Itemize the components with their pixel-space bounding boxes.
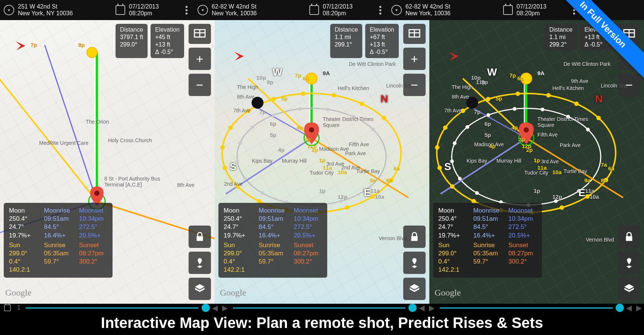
google-attribution: Google <box>435 288 461 298</box>
zoom-out-button[interactable]: − <box>189 74 211 96</box>
location-selector[interactable]: ▾ 62-82 W 42nd StNew York, 10036 <box>388 0 503 20</box>
layers-button[interactable] <box>403 278 426 300</box>
layers-button[interactable] <box>618 278 640 300</box>
arc-time-label: 9A <box>537 70 544 76</box>
map-panel-1[interactable]: The OrionMedRite Urgent CareHoly Cross C… <box>0 20 215 304</box>
timeline-next-icon[interactable]: ▶ <box>634 303 644 312</box>
time: 08:20pm <box>323 10 353 17</box>
map-label: Park Ave <box>560 142 581 148</box>
arc-time-label: 1p <box>319 157 326 163</box>
timeline-next-icon[interactable]: ▶ <box>220 303 230 312</box>
date-selector[interactable]: 07/12/201308:20pm <box>116 0 179 20</box>
location-line1: 251 W 42nd St <box>18 3 73 10</box>
arc-time-label: 9a <box>370 177 376 184</box>
map-label: Fifth Ave <box>349 141 369 147</box>
arc-time-label: 8a <box>601 177 607 184</box>
pin-button[interactable] <box>618 252 640 274</box>
timeline-prev-icon[interactable]: ◀ <box>210 303 220 312</box>
zoom-out-button[interactable]: − <box>403 74 426 96</box>
timeline-knob[interactable] <box>202 304 210 312</box>
arc-time-label: 3p <box>519 136 525 143</box>
arc-time-label: 10a <box>552 169 562 175</box>
timeline-prev-icon[interactable]: ◀ <box>624 303 634 312</box>
arc-time-label: 4p <box>489 143 496 149</box>
arc-time-label: 12p <box>552 194 562 200</box>
timeline[interactable]: 1 ◀ ▶ ◀ ▶ ◀ ▶ <box>0 304 644 312</box>
map-label: Holy Cross Church <box>108 137 152 143</box>
arc-time-label: 10a <box>375 194 384 200</box>
arc-time-label: 4p <box>511 124 518 131</box>
overflow-menu[interactable] <box>373 0 388 20</box>
time: 08:20pm <box>517 10 546 17</box>
arc-time-label: 12p <box>522 143 531 149</box>
map-panel-2[interactable]: De Witt Clinton ParkHell's KitchenLincol… <box>215 20 429 304</box>
arc-time-label: 5p <box>281 95 288 102</box>
arc-time-label: 7p <box>474 109 481 115</box>
arc-time-label: 7p <box>31 42 37 48</box>
map-label: Murray Hill <box>496 158 521 164</box>
map-label: Park Ave <box>345 150 366 156</box>
timeline-calendar-icon[interactable] <box>0 303 15 313</box>
zoom-out-button[interactable]: − <box>618 74 640 96</box>
overflow-icon <box>379 6 381 15</box>
arc-time-label: 8a <box>386 177 392 184</box>
timeline-prev-icon[interactable]: ◀ <box>417 303 427 312</box>
map-label: Turtle Bay <box>564 168 587 174</box>
map-panel-3[interactable]: De Witt Clinton ParkHell's KitchenLincol… <box>429 20 644 304</box>
arc-time-label: 11a <box>585 188 594 194</box>
arc-time-label: 7a <box>601 162 607 168</box>
arc-time-label: 1p <box>534 157 540 163</box>
arc-time-label: 12p <box>307 143 317 149</box>
arc-time-label: 6a <box>394 165 400 172</box>
map-label: Theater District Times Square <box>323 116 379 128</box>
location-selector[interactable]: ▾ 251 W 42nd StNew York, NY 10036 <box>0 0 116 20</box>
timeline-next-icon[interactable]: ▶ <box>427 303 437 312</box>
arc-time-label: 3p <box>304 136 311 143</box>
map-label: 7th Ave <box>233 108 250 114</box>
arc-time-label: 10p <box>256 74 266 81</box>
arc-time-label: 7p <box>259 109 266 115</box>
arc-time-label: 9p <box>267 79 274 85</box>
compass-n: N <box>595 93 603 105</box>
map-label: Hell's Kitchen <box>338 85 369 91</box>
overflow-menu[interactable] <box>179 0 194 20</box>
topbar: ▾ 251 W 42nd StNew York, NY 10036 07/12/… <box>0 0 644 20</box>
map-label: 8th Ave <box>177 182 194 188</box>
compass-w: W <box>272 66 282 78</box>
timeline-index: 1 <box>15 304 23 311</box>
arc-time-label: 10a <box>590 194 599 200</box>
zoom-in-button[interactable]: + <box>189 48 211 70</box>
pin-button[interactable] <box>403 252 426 274</box>
map-type-button[interactable] <box>189 24 211 44</box>
arc-time-label: 9a <box>584 177 591 184</box>
map-label: Hell's Kitchen <box>552 85 584 91</box>
distance-box: Distance 1.1 mi 299.2° <box>545 24 577 51</box>
arc-time-label: 6p <box>270 121 277 127</box>
arc-time-label: 11p <box>476 79 486 85</box>
lock-button[interactable] <box>403 226 426 248</box>
arc-time-label: 5p <box>270 132 277 138</box>
location-selector[interactable]: ▾ 62-82 W 42nd StNew York, 10036 <box>194 0 309 20</box>
arc-time-label: 6p <box>517 75 524 82</box>
elevation-box: Elevation +67 ft +13 ft Δ -0.5° <box>365 24 399 58</box>
layers-button[interactable] <box>189 278 211 300</box>
map-type-button[interactable] <box>403 24 426 44</box>
arc-time-label: 9A <box>323 70 330 76</box>
arc-time-label: 6p <box>484 121 491 127</box>
arc-time-label: 1p <box>534 188 540 194</box>
astro-info-panel: Moon250.4°24.7°19.7%+ Moonrise09:51am84.… <box>218 203 327 278</box>
pin-button[interactable] <box>189 252 211 274</box>
astro-info-panel: Moon250.4°24.7°19.7%+ Moonrise09:51am84.… <box>4 203 113 278</box>
date-selector[interactable]: 07/12/201308:20pm <box>503 0 566 20</box>
date-selector[interactable]: 07/12/201308:20pm <box>309 0 373 20</box>
lock-button[interactable] <box>618 226 640 248</box>
timeline-knob[interactable] <box>616 304 624 312</box>
dropdown-icon: ▾ <box>198 5 208 15</box>
lock-button[interactable] <box>189 226 211 248</box>
arc-time-label: 5p <box>484 132 491 138</box>
zoom-in-button[interactable]: + <box>403 48 426 70</box>
timeline-knob[interactable] <box>408 304 417 312</box>
map-label: 8th Ave <box>237 94 254 100</box>
map-label: De Witt Clinton Park <box>564 61 610 67</box>
google-attribution: Google <box>220 288 246 298</box>
